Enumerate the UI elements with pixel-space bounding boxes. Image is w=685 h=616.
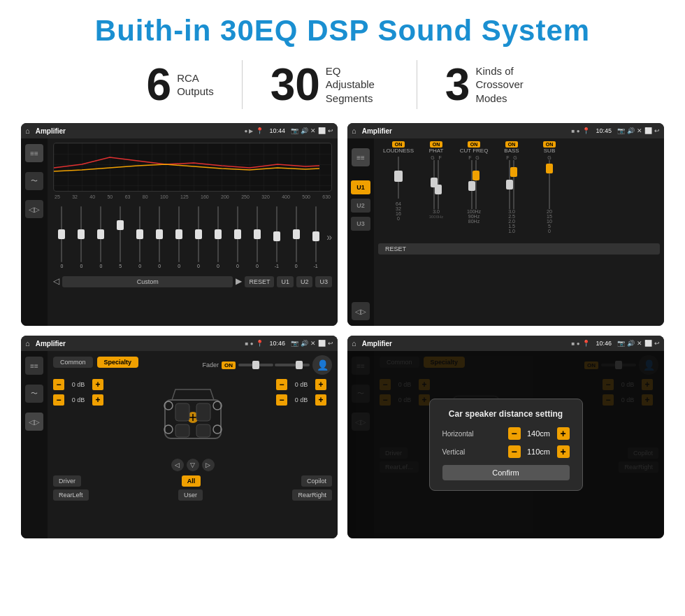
vertical-minus[interactable]: − [508,445,521,458]
volume-icon-4: 🔊 [627,340,635,347]
wave-icon-3[interactable]: 〜 [25,385,43,403]
u2-btn-1[interactable]: U2 [296,276,313,287]
eq-prev-btn[interactable]: ◁ [53,276,59,287]
specialty-tab[interactable]: Specialty [97,357,139,368]
horizontal-minus[interactable]: − [508,427,521,440]
location-icon-3: 📍 [256,340,264,347]
cutfreq-label: CUT FREQ [460,148,489,154]
eq-slider-13[interactable]: -1 [307,203,324,271]
eq-slider-2[interactable]: 0 [92,203,110,271]
fader-on-badge[interactable]: ON [222,361,236,369]
phat-channel: ON PHAT G F 3.03000Hz [419,141,454,234]
home-icon-4[interactable]: ⌂ [352,339,356,348]
u1-sidebar[interactable]: U1 [351,180,370,194]
eq-slider-11[interactable]: -1 [268,203,285,271]
close-icon-4[interactable]: ✕ [637,340,642,347]
vertical-control: − 110cm + [508,445,570,458]
reset-btn-1[interactable]: RESET [245,276,274,287]
eq-icon-2[interactable]: ≡≡ [352,148,370,166]
close-icon-1[interactable]: ✕ [310,127,316,134]
close-icon-2[interactable]: ✕ [637,127,642,134]
rearleft-btn[interactable]: RearLeft [53,489,89,501]
u1-btn-1[interactable]: U1 [277,276,294,287]
vol-plus-4[interactable]: + [315,394,326,406]
screen-eq: ⌂ Amplifier ● ▶ 📍 10:44 📷 🔊 ✕ ⬜ ↩ ≡≡ 〜 ◁… [21,123,338,326]
loudness-on[interactable]: ON [392,141,405,148]
eq-slider-10[interactable]: 0 [248,203,266,271]
nav-down-arrow[interactable]: ▽ [187,459,199,471]
reset-btn-2[interactable]: RESET [378,243,660,255]
eq-icon-3[interactable]: ≡≡ [25,357,43,375]
dialog-horizontal-row: Horizontal − 140cm + [442,427,570,440]
vol-minus-2[interactable]: − [53,394,64,406]
u3-btn-1[interactable]: U3 [315,276,332,287]
time-3: 10:46 [269,340,285,347]
u2-sidebar[interactable]: U2 [351,199,370,213]
app-label-1: Amplifier [36,127,242,135]
fader-h-track2[interactable] [275,364,310,366]
eq-icon[interactable]: ≡≡ [25,144,43,162]
speaker-icon-2[interactable]: ◁▷ [352,302,370,320]
back-icon-2[interactable]: ↩ [654,127,660,134]
horizontal-plus[interactable]: + [557,427,570,440]
driver-btn[interactable]: Driver [53,475,81,487]
vol-plus-2[interactable]: + [92,394,103,406]
eq-slider-3[interactable]: 5 [112,203,129,271]
eq-next-btn[interactable]: ▶ [236,276,242,287]
eq-slider-4[interactable]: 0 [131,203,149,271]
vol-left-2: − 0 dB + [53,394,109,406]
user-btn[interactable]: User [178,489,203,501]
close-icon-3[interactable]: ✕ [310,340,316,347]
eq-slider-6[interactable]: 0 [171,203,188,271]
custom-btn[interactable]: Custom [62,276,233,287]
home-icon-3[interactable]: ⌂ [25,339,30,348]
vol-plus-3[interactable]: + [315,379,326,390]
camera-icon-4: 📷 [617,340,625,347]
screen2-content: ≡≡ U1 U2 U3 ◁▷ ON LOUDNESS [347,138,664,326]
eq-slider-12[interactable]: 0 [287,203,305,271]
fader-h-track[interactable] [238,364,273,366]
common-tab[interactable]: Common [53,357,93,368]
cutfreq-channel: ON CUT FREQ F G 100Hz90Hz80Hz [456,141,491,234]
screen-dialog: ⌂ Amplifier ■ ● 📍 10:46 📷 🔊 ✕ ⬜ ↩ ≡≡ 〜 [347,336,664,538]
back-icon-1[interactable]: ↩ [328,127,333,134]
eq-slider-9[interactable]: 0 [229,203,246,271]
vol-right-1: − 0 dB + [276,379,332,390]
eq-slider-7[interactable]: 0 [190,203,208,271]
horizontal-label: Horizontal [442,430,484,438]
u3-sidebar[interactable]: U3 [351,217,370,231]
vol-plus-1[interactable]: + [92,379,103,390]
nav-right-arrow[interactable]: ▷ [202,459,215,471]
phat-on[interactable]: ON [430,141,443,148]
eq-slider-5[interactable]: 0 [151,203,168,271]
home-icon-2[interactable]: ⌂ [352,127,356,135]
back-icon-4[interactable]: ↩ [654,340,660,347]
speaker-icon-3[interactable]: ◁▷ [25,413,43,431]
vol-minus-4[interactable]: − [276,394,287,406]
speaker-icon[interactable]: ◁▷ [25,200,43,218]
copilot-btn[interactable]: Copilot [301,475,332,487]
profile-icon[interactable]: 👤 [312,355,332,375]
expand-icon[interactable]: » [326,231,332,243]
eq-slider-8[interactable]: 0 [210,203,227,271]
rearright-btn[interactable]: RearRight [292,489,332,501]
sub-on[interactable]: ON [543,141,556,148]
nav-left-arrow[interactable]: ◁ [171,459,184,471]
cutfreq-on[interactable]: ON [468,141,481,148]
back-icon-3[interactable]: ↩ [328,340,333,347]
all-btn[interactable]: All [182,475,201,487]
eq-slider-1[interactable]: 0 [73,203,90,271]
channel-headers: ON LOUDNESS 6432160 ON PHAT G F [378,141,660,234]
vertical-plus[interactable]: + [557,445,570,458]
car-diagram-svg [151,379,235,456]
bass-on[interactable]: ON [505,141,519,148]
window-icon-2: ⬜ [644,127,652,134]
wave-icon[interactable]: 〜 [25,172,43,190]
vol-minus-3[interactable]: − [276,379,287,390]
confirm-button[interactable]: Confirm [442,465,570,480]
home-icon-1[interactable]: ⌂ [25,127,30,135]
vol-minus-1[interactable]: − [53,379,64,390]
eq-slider-0[interactable]: 0 [53,203,71,271]
volume-icon-3: 🔊 [301,340,308,347]
svg-rect-9 [175,403,189,421]
